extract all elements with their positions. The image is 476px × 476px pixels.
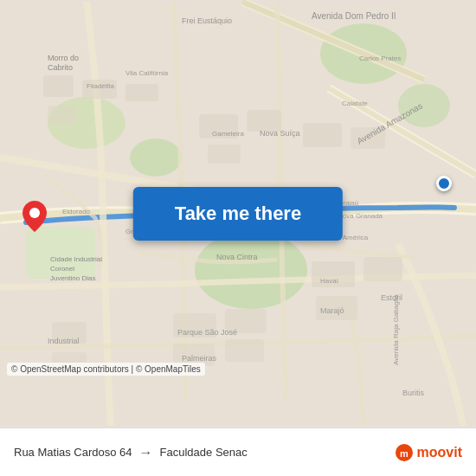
app: Morro do Cabrito Filadélfia Vila Califór…: [0, 0, 476, 476]
svg-text:Havaí: Havaí: [320, 277, 339, 285]
arrow-icon: →: [139, 445, 153, 460]
svg-point-57: [29, 208, 40, 218]
moovit-logo-icon: m: [395, 443, 414, 462]
svg-text:Palmeiras: Palmeiras: [182, 354, 217, 363]
map-attribution: © OpenStreetMap contributors | © OpenMap…: [7, 363, 205, 376]
moovit-logo-text: moovit: [417, 445, 462, 460]
svg-rect-18: [303, 123, 342, 147]
svg-point-1: [195, 231, 307, 309]
svg-text:Gameleira: Gameleira: [212, 130, 244, 138]
map-container: Morro do Cabrito Filadélfia Vila Califór…: [0, 0, 476, 428]
svg-text:Nova Granada: Nova Granada: [338, 212, 383, 220]
svg-text:Avenida Raja Gabaglia: Avenida Raja Gabaglia: [392, 294, 400, 365]
svg-rect-21: [363, 257, 402, 281]
origin-label: Rua Matias Cardoso 64: [14, 446, 132, 459]
svg-text:Carlos Prates: Carlos Prates: [359, 55, 401, 62]
moovit-logo: m moovit: [395, 443, 462, 462]
svg-text:Nova Cintra: Nova Cintra: [216, 253, 258, 261]
take-me-there-button[interactable]: Take me there: [133, 187, 343, 241]
svg-text:Vila Califórnia: Vila Califórnia: [125, 69, 169, 77]
destination-dot: [436, 176, 452, 191]
svg-text:Parque São José: Parque São José: [177, 328, 237, 337]
svg-text:Coronel: Coronel: [50, 265, 74, 273]
svg-text:Cidade Industrial: Cidade Industrial: [50, 255, 102, 263]
svg-rect-17: [208, 145, 241, 164]
svg-rect-26: [225, 339, 264, 362]
svg-text:Nova Suíça: Nova Suíça: [260, 129, 300, 138]
svg-rect-14: [48, 106, 75, 125]
svg-text:Marajó: Marajó: [320, 306, 344, 315]
svg-text:Avenida Dom Pedro II: Avenida Dom Pedro II: [312, 11, 396, 21]
svg-point-4: [398, 84, 450, 127]
svg-rect-11: [43, 75, 74, 97]
bottom-bar: Rua Matias Cardoso 64 → Faculdade Senac …: [0, 428, 476, 476]
svg-text:m: m: [400, 448, 408, 459]
svg-text:Industrial: Industrial: [48, 337, 80, 345]
svg-text:Frei Eustáquio: Frei Eustáquio: [182, 16, 232, 25]
svg-text:Buritis: Buritis: [402, 389, 425, 397]
route-info: Rua Matias Cardoso 64 → Faculdade Senac: [14, 445, 395, 460]
destination-label: Faculdade Senac: [160, 446, 248, 459]
svg-text:Cabrito: Cabrito: [48, 63, 73, 72]
svg-text:Juventino Dias: Juventino Dias: [50, 274, 95, 282]
svg-rect-13: [125, 84, 158, 101]
svg-text:Filadélfia: Filadélfia: [87, 82, 115, 90]
svg-text:Eldorado: Eldorado: [62, 208, 91, 215]
svg-text:Calafate: Calafate: [342, 100, 368, 107]
svg-point-2: [130, 138, 182, 177]
origin-pin: [23, 201, 47, 235]
svg-text:Morro do: Morro do: [48, 54, 79, 62]
